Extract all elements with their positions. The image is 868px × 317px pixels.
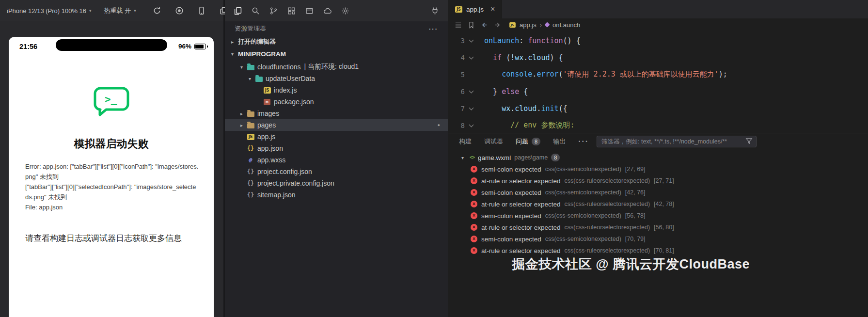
record-icon[interactable] — [175, 6, 184, 15]
tab-close-icon[interactable]: × — [490, 5, 495, 13]
code-token: cloud — [528, 53, 550, 62]
problem-row[interactable]: ×semi-colon expectedcss(css-semicolonexp… — [448, 163, 868, 175]
panel-tab-label: 输出 — [553, 137, 566, 146]
tree-item-label: cloudfunctions — [257, 63, 301, 71]
breadcrumb: JS app.js › onLaunch — [509, 21, 580, 29]
problem-row[interactable]: ×at-rule or selector expectedcss(css-rul… — [448, 198, 868, 210]
breadcrumb-symbol[interactable]: onLaunch — [552, 21, 580, 29]
problem-row[interactable]: ×semi-colon expectedcss(css-semicolonexp… — [448, 210, 868, 222]
code-token: if — [493, 53, 502, 62]
panel-tab-输出[interactable]: 输出 — [553, 137, 566, 146]
refresh-icon[interactable] — [153, 6, 161, 15]
wxml-file-icon: <> — [470, 155, 474, 160]
battery-icon — [194, 44, 206, 49]
code-token: wx — [515, 53, 523, 62]
tree-item-index.js[interactable]: JSindex.js — [225, 84, 448, 96]
bookmark-icon[interactable] — [468, 21, 475, 29]
fold-chevron-icon[interactable] — [465, 57, 477, 59]
problem-message: semi-colon expected — [481, 236, 541, 243]
problem-row[interactable]: ×at-rule or selector expectedcss(css-rul… — [448, 175, 868, 187]
javascript-file-icon: JS — [509, 22, 516, 27]
explorer-header: 资源管理器 ··· — [225, 21, 448, 36]
chevron-down-icon: ▾ — [246, 76, 253, 81]
editor-pane: JS app.js × JS app.js › onLaunch 3onLaun… — [448, 0, 868, 317]
breadcrumb-file[interactable]: app.js — [520, 21, 537, 29]
tree-item-app.json[interactable]: {}app.json — [225, 143, 448, 154]
open-editors-section[interactable]: ▸ 打开的编辑器 — [225, 36, 448, 48]
back-arrow-icon[interactable] — [481, 21, 488, 29]
outline-list-icon[interactable] — [455, 21, 462, 29]
panel-tab-问题[interactable]: 问题8 — [516, 137, 540, 146]
js-file-icon: JS — [246, 134, 255, 140]
problem-row[interactable]: ×semi-colon expectedcss(css-semicolonexp… — [448, 187, 868, 198]
problems-group-path: pages\game — [514, 154, 548, 161]
extensions-icon[interactable] — [287, 7, 296, 15]
search-icon[interactable] — [252, 7, 260, 15]
code-editor[interactable]: 3onLaunch: function() {4 if (!wx.cloud) … — [448, 31, 868, 133]
panel-tab-调试器[interactable]: 调试器 — [484, 137, 503, 146]
braces-file-icon: {} — [246, 180, 255, 186]
fold-chevron-icon[interactable] — [465, 125, 477, 127]
error-icon: × — [471, 189, 477, 196]
status-time: 21:56 — [19, 43, 37, 50]
tree-item-project.config.json[interactable]: {}project.config.json — [225, 166, 448, 177]
wechat-devtools-window: iPhone 12/13 (Pro) 100% 16 ▾ 热重载 开 ▾ 21:… — [0, 0, 868, 317]
problems-group-badge: 8 — [551, 154, 560, 161]
phone-icon[interactable] — [197, 6, 206, 15]
fold-chevron-icon[interactable] — [465, 40, 477, 42]
fold-chevron-icon[interactable] — [465, 108, 477, 110]
code-token: // env 参数说明: — [510, 121, 574, 129]
filter-funnel-icon[interactable] — [745, 137, 753, 146]
problem-source: css(css-ruleorselectorexpected) — [565, 247, 650, 254]
hot-reload-label: 热重载 开 — [104, 6, 131, 15]
tree-item-updateUserData[interactable]: ▾updateUserData — [225, 73, 448, 84]
error-icon: × — [471, 201, 477, 207]
tree-item-images[interactable]: ▸images — [225, 108, 448, 119]
problems-list: ×semi-colon expectedcss(css-semicolonexp… — [448, 163, 868, 256]
open-editors-label: 打开的编辑器 — [238, 37, 276, 46]
problems-count-badge: 8 — [532, 138, 540, 145]
window-layout-icon[interactable] — [305, 7, 314, 15]
panel-more-button[interactable]: ··· — [578, 137, 589, 146]
code-token: . — [510, 104, 515, 113]
project-section[interactable]: ▾ MINIPROGRAM — [225, 48, 448, 60]
hot-reload-toggle[interactable]: 热重载 开 ▾ — [104, 6, 136, 15]
fold-chevron-icon[interactable] — [465, 91, 477, 93]
problem-position: [56, 80] — [654, 224, 674, 231]
problem-row[interactable]: ×semi-colon expectedcss(css-semicolonexp… — [448, 233, 868, 245]
remote-debug-icon[interactable] — [431, 7, 439, 15]
cloud-icon[interactable] — [323, 7, 331, 15]
panel-tab-构建[interactable]: 构建 — [459, 137, 472, 146]
tree-item-package.json[interactable]: npackage.json — [225, 96, 448, 108]
tree-item-app.wxss[interactable]: #app.wxss — [225, 154, 448, 166]
tab-app-js[interactable]: JS app.js × — [448, 0, 502, 18]
explorer-more-button[interactable]: ··· — [429, 25, 438, 32]
files-icon[interactable] — [234, 7, 242, 15]
problems-filter-input[interactable] — [600, 138, 745, 145]
problems-group-row[interactable]: ▾ <> game.wxml pages\game 8 — [448, 152, 868, 163]
tree-item-pages[interactable]: ▸pages● — [225, 119, 448, 131]
tree-item-sitemap.json[interactable]: {}sitemap.json — [225, 189, 448, 201]
problem-source: css(css-ruleorselectorexpected) — [565, 177, 650, 184]
device-selector[interactable]: iPhone 12/13 (Pro) 100% 16 ▾ — [7, 7, 92, 15]
code-token: { — [519, 87, 528, 96]
problem-row[interactable]: ×at-rule or selector expectedcss(css-rul… — [448, 245, 868, 256]
folder-icon — [247, 111, 254, 117]
problem-position: [70, 79] — [625, 236, 646, 242]
line-number: 4 — [448, 54, 465, 62]
code-token: ( — [559, 70, 563, 79]
tree-item-project.private.config.json[interactable]: {}project.private.config.json — [225, 177, 448, 189]
tree-item-app.js[interactable]: JSapp.js — [225, 131, 448, 143]
tree-item-label: pages — [257, 121, 276, 129]
tab-label: app.js — [466, 6, 484, 13]
problem-position: [56, 78] — [625, 212, 646, 219]
source-control-icon[interactable] — [269, 7, 278, 15]
forward-arrow-icon[interactable] — [494, 21, 501, 29]
problem-row[interactable]: ×at-rule or selector expectedcss(css-rul… — [448, 222, 868, 233]
simulator-area: 21:56 96% >_ 模拟器启动失败 Error: app.json: ["… — [0, 21, 223, 317]
tree-item-cloudfunctions[interactable]: ▾cloudfunctions| 当前环境: cloud1 — [225, 61, 448, 73]
settings-icon[interactable] — [341, 7, 349, 15]
code-line: 5 console.error('请使用 2.2.3 或以上的基础库以使用云能力… — [448, 66, 868, 83]
error-icon: × — [471, 166, 477, 173]
code-line: 7 wx.cloud.init({ — [448, 100, 868, 117]
